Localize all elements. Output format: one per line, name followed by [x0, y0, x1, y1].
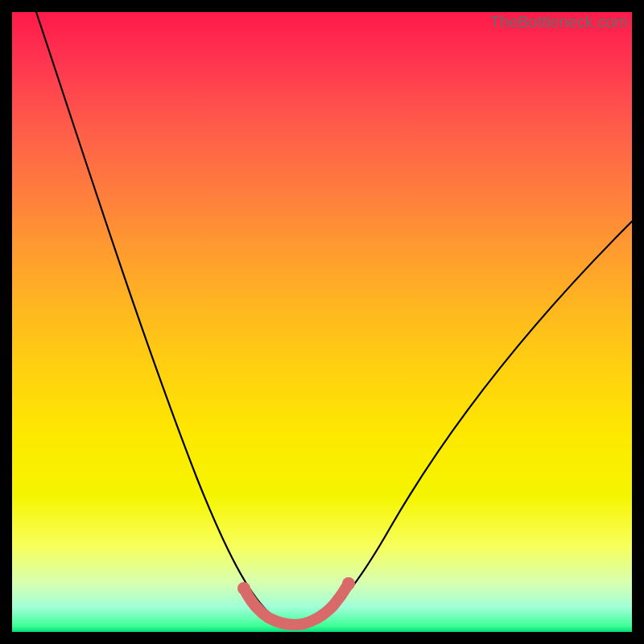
watermark-text: TheBottleneck.com [490, 13, 628, 31]
chart-svg [12, 12, 632, 632]
bottleneck-curve [36, 12, 632, 626]
optimal-range-end-dot [342, 577, 355, 590]
chart-container: TheBottleneck.com [0, 0, 644, 644]
plot-area [12, 12, 632, 632]
optimal-range-start-dot [237, 582, 250, 595]
optimal-range-curve [244, 584, 349, 625]
